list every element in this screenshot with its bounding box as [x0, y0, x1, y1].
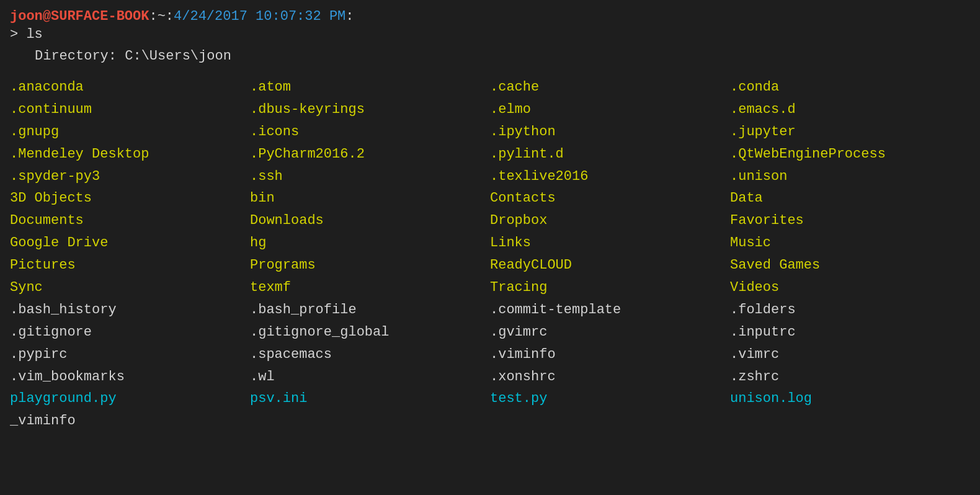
list-item: .pylint.d: [490, 143, 730, 166]
file-grid: .anaconda.atom.cache.conda.continuum.dbu…: [10, 76, 970, 432]
list-item: .dbus-keyrings: [250, 99, 490, 121]
list-item: Links: [490, 232, 730, 254]
list-item: .ipython: [490, 121, 730, 143]
list-item: .icons: [250, 121, 490, 143]
list-item: .cache: [490, 76, 730, 99]
list-item: .commit-template: [490, 299, 730, 321]
list-item: .emacs.d: [730, 99, 970, 121]
list-item: .spacemacs: [250, 344, 490, 366]
list-item: [490, 410, 730, 432]
list-item: .gvimrc: [490, 321, 730, 344]
list-item: Data: [730, 187, 970, 210]
sep3: :: [345, 6, 354, 27]
list-item: 3D Objects: [10, 187, 250, 210]
list-item: bin: [250, 187, 490, 210]
list-item: Tracing: [490, 277, 730, 299]
list-item: [250, 410, 490, 432]
list-item: .bash_history: [10, 299, 250, 321]
directory-label: Directory: C:\Users\joon: [35, 48, 970, 64]
list-item: .folders: [730, 299, 970, 321]
list-item: .QtWebEngineProcess: [730, 143, 970, 166]
list-item: .wl: [250, 366, 490, 388]
list-item: .pypirc: [10, 344, 250, 366]
list-item: .PyCharm2016.2: [250, 143, 490, 166]
username: joon@SURFACE-BOOK: [10, 6, 149, 27]
list-item: Dropbox: [490, 210, 730, 232]
list-item: .texlive2016: [490, 166, 730, 188]
list-item: .gnupg: [10, 121, 250, 143]
list-item: .xonshrc: [490, 366, 730, 388]
list-item: _viminfo: [10, 410, 250, 432]
list-item: Documents: [10, 210, 250, 232]
list-item: [730, 410, 970, 432]
list-item: .inputrc: [730, 321, 970, 344]
list-item: .zshrc: [730, 366, 970, 388]
list-item: .viminfo: [490, 344, 730, 366]
list-item: .vim_bookmarks: [10, 366, 250, 388]
list-item: .elmo: [490, 99, 730, 121]
list-item: Google Drive: [10, 232, 250, 254]
list-item: psv.ini: [250, 388, 490, 410]
list-item: .ssh: [250, 166, 490, 188]
list-item: Videos: [730, 277, 970, 299]
list-item: Sync: [10, 277, 250, 299]
command-line: > ls: [10, 27, 970, 42]
list-item: .gitignore_global: [250, 321, 490, 344]
command-text: > ls: [10, 27, 43, 42]
list-item: .anaconda: [10, 76, 250, 99]
list-item: .gitignore: [10, 321, 250, 344]
prompt-line: joon@SURFACE-BOOK : ~ : 4/24/2017 10:07:…: [10, 6, 970, 27]
list-item: .Mendeley Desktop: [10, 143, 250, 166]
list-item: playground.py: [10, 388, 250, 410]
tilde: ~: [158, 6, 166, 27]
list-item: .atom: [250, 76, 490, 99]
list-item: .jupyter: [730, 121, 970, 143]
list-item: test.py: [490, 388, 730, 410]
sep1: :: [149, 6, 157, 27]
list-item: Favorites: [730, 210, 970, 232]
list-item: Pictures: [10, 254, 250, 277]
sep2: :: [166, 6, 174, 27]
list-item: texmf: [250, 277, 490, 299]
list-item: Contacts: [490, 187, 730, 210]
list-item: Saved Games: [730, 254, 970, 277]
list-item: .continuum: [10, 99, 250, 121]
list-item: .bash_profile: [250, 299, 490, 321]
list-item: .conda: [730, 76, 970, 99]
list-item: .spyder-py3: [10, 166, 250, 188]
list-item: ReadyCLOUD: [490, 254, 730, 277]
list-item: Music: [730, 232, 970, 254]
list-item: hg: [250, 232, 490, 254]
list-item: Downloads: [250, 210, 490, 232]
list-item: .vimrc: [730, 344, 970, 366]
datetime: 4/24/2017 10:07:32 PM: [174, 6, 345, 27]
list-item: .unison: [730, 166, 970, 188]
list-item: Programs: [250, 254, 490, 277]
list-item: unison.log: [730, 388, 970, 410]
